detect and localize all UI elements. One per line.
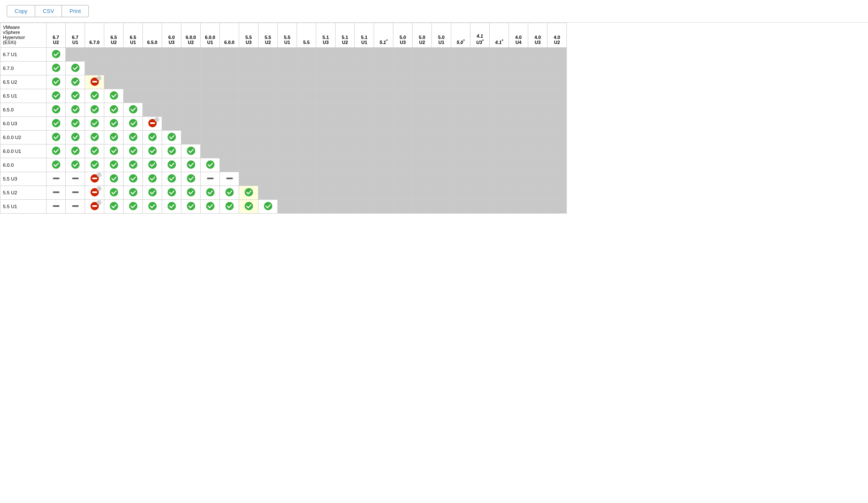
svg-point-28 bbox=[148, 133, 157, 141]
svg-point-2 bbox=[71, 64, 80, 72]
cell-9-26 bbox=[548, 172, 567, 186]
cell-8-1 bbox=[66, 158, 85, 172]
cell-6-22 bbox=[470, 131, 490, 144]
cell-8-15 bbox=[336, 158, 355, 172]
cell-8-19 bbox=[413, 158, 432, 172]
cell-0-13 bbox=[297, 48, 316, 62]
svg-point-41 bbox=[110, 160, 118, 169]
cell-11-23 bbox=[490, 200, 509, 214]
cell-1-10 bbox=[239, 62, 258, 75]
svg-point-51 bbox=[110, 174, 118, 183]
cell-5-20 bbox=[432, 117, 451, 131]
col-header-9: 6.0.0 bbox=[220, 23, 239, 48]
table-row: 6.0.0 bbox=[0, 158, 567, 172]
svg-point-69 bbox=[245, 188, 253, 196]
cell-3-19 bbox=[413, 89, 432, 103]
cell-9-14 bbox=[316, 172, 336, 186]
cell-4-26 bbox=[548, 103, 567, 117]
col-header-19: 5.0U2 bbox=[413, 23, 432, 48]
cell-0-20 bbox=[432, 48, 451, 62]
svg-point-23 bbox=[52, 133, 60, 141]
cell-1-0 bbox=[46, 62, 66, 75]
cell-9-19 bbox=[413, 172, 432, 186]
cell-6-24 bbox=[509, 131, 528, 144]
svg-point-19 bbox=[110, 119, 118, 127]
col-header-18: 5.0U3 bbox=[393, 23, 413, 48]
cell-7-7 bbox=[181, 144, 201, 158]
cell-4-21 bbox=[451, 103, 470, 117]
cell-5-24 bbox=[509, 117, 528, 131]
svg-point-16 bbox=[52, 119, 60, 127]
cell-3-8 bbox=[201, 89, 220, 103]
cell-7-21 bbox=[451, 144, 470, 158]
cell-6-25 bbox=[528, 131, 548, 144]
cell-0-22 bbox=[470, 48, 490, 62]
cell-0-18 bbox=[393, 48, 413, 62]
cell-2-19 bbox=[413, 75, 432, 89]
cell-0-23 bbox=[490, 48, 509, 62]
cell-1-21 bbox=[451, 62, 470, 75]
cell-3-15 bbox=[336, 89, 355, 103]
cell-5-21 bbox=[451, 117, 470, 131]
cell-10-0 bbox=[46, 186, 66, 200]
table-row: 5.5 U3i bbox=[0, 172, 567, 186]
cell-9-20 bbox=[432, 172, 451, 186]
table-row: 6.0.0 U1 bbox=[0, 144, 567, 158]
table-row: 6.5 U1 bbox=[0, 89, 567, 103]
cell-1-19 bbox=[413, 62, 432, 75]
copy-button[interactable]: Copy bbox=[7, 5, 35, 17]
cell-9-25 bbox=[528, 172, 548, 186]
cell-1-14 bbox=[316, 62, 336, 75]
cell-10-1 bbox=[66, 186, 85, 200]
row-label-0: 6.7 U1 bbox=[0, 48, 46, 62]
cell-3-16 bbox=[355, 89, 374, 103]
print-button[interactable]: Print bbox=[62, 5, 89, 17]
cell-11-21 bbox=[451, 200, 470, 214]
cell-9-22 bbox=[470, 172, 490, 186]
cell-6-2 bbox=[85, 131, 104, 144]
svg-point-40 bbox=[90, 160, 99, 169]
col-header-10: 5.5U3 bbox=[239, 23, 258, 48]
col-header-5: 6.5.0 bbox=[143, 23, 162, 48]
cell-4-22 bbox=[470, 103, 490, 117]
cell-1-26 bbox=[548, 62, 567, 75]
cell-9-0 bbox=[46, 172, 66, 186]
cell-3-4 bbox=[124, 89, 143, 103]
cell-8-17 bbox=[374, 158, 393, 172]
cell-3-13 bbox=[297, 89, 316, 103]
cell-7-17 bbox=[374, 144, 393, 158]
cell-5-4 bbox=[124, 117, 143, 131]
cell-2-25 bbox=[528, 75, 548, 89]
svg-point-68 bbox=[225, 188, 234, 196]
cell-11-2: i bbox=[85, 200, 104, 214]
cell-4-18 bbox=[393, 103, 413, 117]
cell-9-9 bbox=[220, 172, 239, 186]
col-header-6: 6.0U3 bbox=[162, 23, 181, 48]
cell-8-4 bbox=[124, 158, 143, 172]
cell-1-13 bbox=[297, 62, 316, 75]
cell-7-23 bbox=[490, 144, 509, 158]
cell-5-9 bbox=[220, 117, 239, 131]
svg-point-37 bbox=[187, 147, 195, 155]
cell-0-24 bbox=[509, 48, 528, 62]
cell-8-6 bbox=[162, 158, 181, 172]
cell-2-2: i bbox=[85, 75, 104, 89]
table-row: 6.0 U3i bbox=[0, 117, 567, 131]
cell-9-1 bbox=[66, 172, 85, 186]
cell-3-11 bbox=[258, 89, 278, 103]
csv-button[interactable]: CSV bbox=[35, 5, 62, 17]
svg-point-45 bbox=[187, 160, 195, 169]
cell-11-22 bbox=[470, 200, 490, 214]
row-label-4: 6.5.0 bbox=[0, 103, 46, 117]
cell-11-19 bbox=[413, 200, 432, 214]
cell-6-10 bbox=[239, 131, 258, 144]
cell-10-17 bbox=[374, 186, 393, 200]
cell-4-0 bbox=[46, 103, 66, 117]
cell-4-8 bbox=[201, 103, 220, 117]
cell-3-12 bbox=[278, 89, 297, 103]
svg-point-42 bbox=[129, 160, 137, 169]
cell-1-23 bbox=[490, 62, 509, 75]
cell-11-10 bbox=[239, 200, 258, 214]
svg-point-65 bbox=[168, 188, 176, 196]
svg-point-15 bbox=[129, 105, 137, 113]
